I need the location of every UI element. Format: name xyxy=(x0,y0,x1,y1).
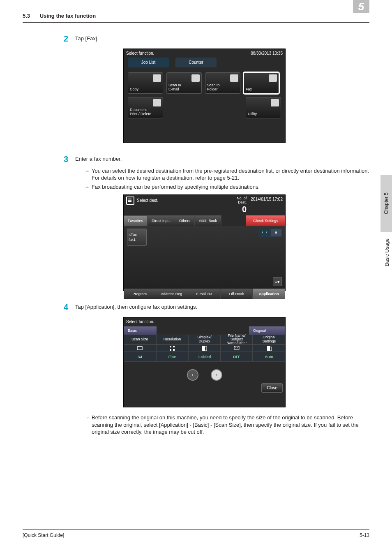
val-orig-settings[interactable]: Auto xyxy=(253,352,285,362)
step-3-sub1-text: You can select the desired destination f… xyxy=(92,167,369,182)
pager-prev[interactable]: ‹ xyxy=(187,369,198,381)
svg-rect-2 xyxy=(173,346,175,347)
arrow-icon: → xyxy=(84,414,92,421)
close-button[interactable]: Close xyxy=(261,383,283,393)
tab-others[interactable]: Others xyxy=(175,215,195,226)
fax-icon xyxy=(269,74,277,82)
val-scan-size[interactable]: A4 xyxy=(124,352,156,362)
section-number: 5.3 xyxy=(23,13,30,19)
side-tab-usage: Basic Usage xyxy=(384,238,390,266)
btn-program[interactable]: Program xyxy=(124,289,156,299)
shot2-dest-label: No. of Dest. xyxy=(237,197,247,205)
tile-utility[interactable]: Utility xyxy=(246,97,281,118)
step-4-sub1-text: Before scanning the original on this mac… xyxy=(92,414,369,436)
shot1-title: Select function. xyxy=(126,51,154,56)
col-file-name: File Name/ Subject Name/Other xyxy=(221,335,253,345)
shot1-tab-joblist[interactable]: Job List xyxy=(128,58,169,67)
col-scan-size: Scan Size xyxy=(124,335,156,345)
icon-resolution[interactable] xyxy=(156,345,189,352)
tile-scan-email[interactable]: Scan to E-mail xyxy=(166,72,202,94)
col-orig-settings: Original Settings xyxy=(253,335,285,345)
view-list-button[interactable]: ≡ xyxy=(270,229,282,237)
val-duplex[interactable]: 1-sided xyxy=(188,352,221,362)
side-tab-chapter: Chapter 5 xyxy=(380,175,392,232)
col-resolution: Resolution xyxy=(156,335,189,345)
tab-favorites[interactable]: Favorites xyxy=(124,215,148,226)
favorite-fax1[interactable]: ⌂Fax fax1 xyxy=(127,229,147,246)
step-3: 3 Enter a fax number. xyxy=(64,154,369,165)
shot2-datetime: 2014/01/15 17:02 xyxy=(251,197,283,202)
step-2-number: 2 xyxy=(64,33,75,44)
tile-document-print-delete[interactable]: Document Print / Delete xyxy=(128,97,163,118)
svg-rect-8 xyxy=(267,346,270,351)
tile-utility-label: Utility xyxy=(248,112,279,116)
shot2-dest-count: 0 xyxy=(237,205,247,214)
step-3-number: 3 xyxy=(64,154,75,165)
scroll-down-icon[interactable]: ≡▾ xyxy=(273,277,282,286)
step-3-sub2-text: Fax broadcasting can be performed by spe… xyxy=(92,183,369,191)
tab-addr-book[interactable]: Addr. Book xyxy=(195,215,221,226)
section-header: 5.3 Using the fax function xyxy=(23,12,369,23)
tile-scan-folder[interactable]: Scan to Folder xyxy=(205,72,240,94)
address-book-icon[interactable] xyxy=(126,197,134,205)
screenshot-select-dest: Select dest. No. of Dest. 0 2014/01/15 1… xyxy=(123,194,286,291)
arrow-icon: → xyxy=(84,167,92,175)
arrow-icon: → xyxy=(84,183,92,191)
tile-document-label: Document Print / Delete xyxy=(130,108,161,116)
step-3-sub1: → You can select the desired destination… xyxy=(84,167,369,182)
view-grid-button[interactable]: ⋮⋮ xyxy=(259,229,270,237)
tile-fax-label: Fax xyxy=(246,88,277,92)
shot1-datetime: 08/30/2013 10:35 xyxy=(251,51,283,56)
step-3-text: Enter a fax number. xyxy=(75,154,122,163)
shot2-title: Select dest. xyxy=(137,198,158,204)
screenshot-select-function: Select function. 08/30/2013 10:35 Job Li… xyxy=(123,49,286,143)
tile-scan-folder-label: Scan to Folder xyxy=(207,83,238,92)
val-resolution[interactable]: Fine xyxy=(156,352,189,362)
tile-copy[interactable]: Copy xyxy=(128,72,163,94)
gear-icon xyxy=(271,99,279,106)
page-footer: [Quick Start Guide] 5-13 xyxy=(23,530,369,539)
mail-icon xyxy=(191,74,200,82)
tab-direct-input[interactable]: Direct Input xyxy=(148,215,175,226)
icon-orig-settings[interactable] xyxy=(253,345,285,352)
svg-rect-0 xyxy=(137,347,142,350)
step-3-sub2: → Fax broadcasting can be performed by s… xyxy=(84,183,369,191)
btn-application[interactable]: Application xyxy=(253,289,285,299)
svg-rect-4 xyxy=(173,349,175,351)
shot1-tab-counter[interactable]: Counter xyxy=(175,58,217,67)
btn-email-rx[interactable]: E-mail RX xyxy=(188,289,221,299)
svg-rect-1 xyxy=(170,346,171,347)
icon-scan-size[interactable] xyxy=(124,345,156,352)
document-icon xyxy=(153,99,161,106)
footer-right: 5-13 xyxy=(360,532,369,539)
pager-next[interactable]: › xyxy=(211,369,222,381)
step-4: 4 Tap [Application], then configure fax … xyxy=(64,302,369,313)
step-4-number: 4 xyxy=(64,302,75,313)
folder-icon xyxy=(230,74,238,82)
favorite-name: fax1 xyxy=(129,237,136,242)
shot3-title: Select function. xyxy=(124,317,285,326)
tile-scan-email-label: Scan to E-mail xyxy=(168,83,200,92)
icon-duplex[interactable] xyxy=(188,345,221,352)
footer-left: [Quick Start Guide] xyxy=(23,532,64,539)
step-4-sub1: → Before scanning the original on this m… xyxy=(84,414,369,436)
step-2-text: Tap [Fax]. xyxy=(75,33,99,42)
check-settings-button[interactable]: Check Settings xyxy=(246,215,285,226)
chapter-box: 5 xyxy=(353,0,369,13)
section-title: Using the fax function xyxy=(40,13,96,19)
btn-address-reg[interactable]: Address Reg. xyxy=(156,289,189,299)
svg-rect-3 xyxy=(170,349,171,351)
step-4-text: Tap [Application], then configure fax op… xyxy=(75,302,197,311)
tile-fax[interactable]: Fax xyxy=(244,72,279,94)
copy-icon xyxy=(153,74,161,82)
val-file-name[interactable]: OFF xyxy=(221,352,253,362)
col-duplex: Simplex/ Duplex xyxy=(188,335,221,345)
icon-file-name[interactable] xyxy=(221,345,253,352)
section-basic[interactable]: Basic xyxy=(124,326,157,335)
favorite-type: ⌂Fax xyxy=(129,232,137,238)
step-2: 2 Tap [Fax]. xyxy=(64,33,369,44)
section-original[interactable]: Original xyxy=(249,326,285,335)
tile-copy-label: Copy xyxy=(130,88,161,92)
screenshot-application-basic: Select function. Basic Original Scan Siz… xyxy=(123,317,286,407)
btn-off-hook[interactable]: Off-Hook xyxy=(221,289,253,299)
